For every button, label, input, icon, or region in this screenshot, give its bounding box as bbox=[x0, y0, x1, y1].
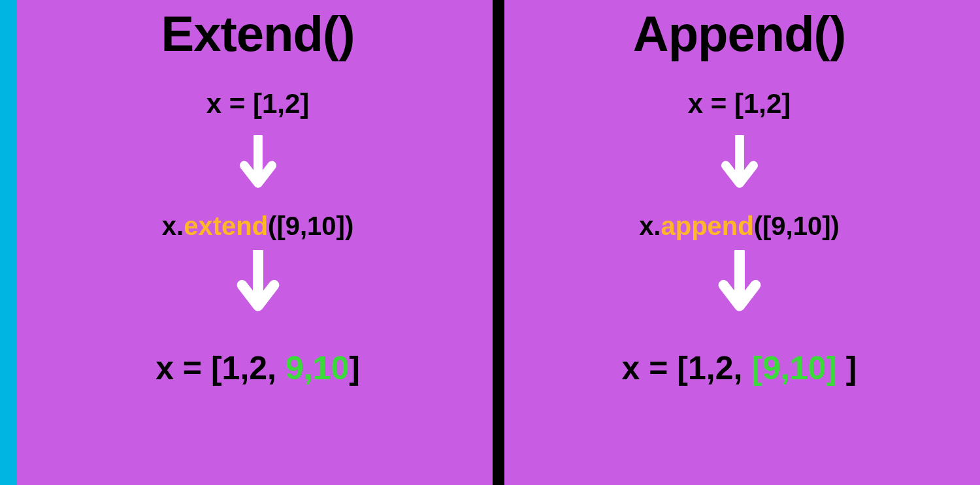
down-arrow-icon bbox=[711, 250, 768, 322]
result-suffix: ] bbox=[837, 350, 857, 386]
center-divider bbox=[493, 0, 504, 485]
result-suffix: ] bbox=[349, 350, 360, 386]
down-arrow-icon bbox=[235, 135, 281, 197]
result-prefix: x = [1,2, bbox=[622, 350, 752, 386]
call-prefix: x. bbox=[162, 211, 184, 240]
append-column: Append() x = [1,2] x.append([9,10]) x = … bbox=[498, 0, 980, 485]
extend-title: Extend() bbox=[161, 5, 355, 62]
result-added: [9,10] bbox=[751, 350, 837, 386]
extend-result-code: x = [1,2, 9,10] bbox=[155, 349, 360, 387]
call-suffix: ([9,10]) bbox=[268, 211, 353, 240]
call-prefix: x. bbox=[639, 211, 661, 240]
append-init-code: x = [1,2] bbox=[688, 88, 791, 119]
diagram-stage: Extend() x = [1,2] x.extend([9,10]) x = … bbox=[17, 0, 980, 485]
result-prefix: x = [1,2, bbox=[155, 350, 286, 386]
extend-column: Extend() x = [1,2] x.extend([9,10]) x = … bbox=[17, 0, 498, 485]
down-arrow-icon bbox=[230, 250, 286, 322]
extend-init-code: x = [1,2] bbox=[206, 88, 310, 119]
append-result-code: x = [1,2, [9,10] ] bbox=[622, 349, 857, 387]
result-added: 9,10 bbox=[286, 350, 349, 386]
append-call-code: x.append([9,10]) bbox=[639, 211, 840, 241]
down-arrow-icon bbox=[717, 135, 762, 197]
call-suffix: ([9,10]) bbox=[754, 211, 840, 240]
append-title: Append() bbox=[633, 5, 845, 62]
extend-call-code: x.extend([9,10]) bbox=[162, 211, 353, 241]
call-method: extend bbox=[184, 211, 268, 240]
call-method: append bbox=[661, 211, 753, 240]
